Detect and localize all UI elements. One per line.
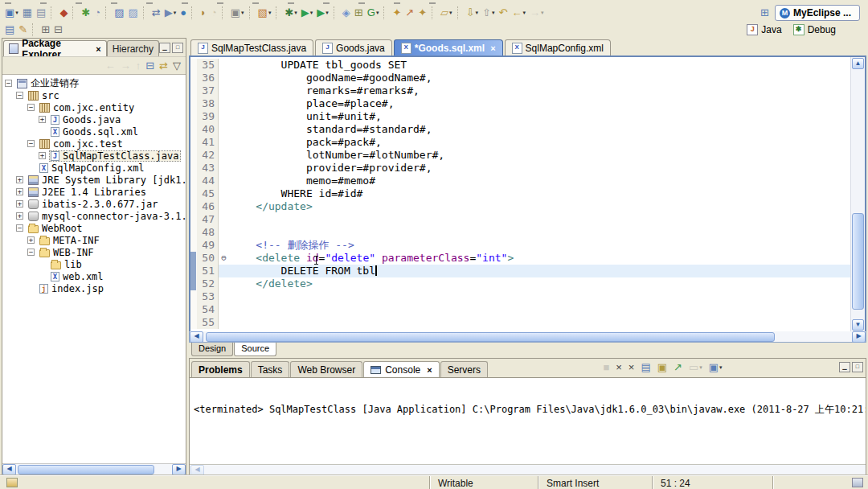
tab-package-explorer[interactable]: Package Explorer × — [3, 40, 107, 56]
code-line[interactable]: 47 — [190, 213, 851, 226]
scroll-left-icon[interactable]: ◀ — [190, 465, 204, 476]
code-line[interactable]: 38 place=#place#, — [190, 97, 851, 110]
tree-item[interactable]: +ibatis-2.3.0.677.jar — [5, 198, 186, 210]
maximize-icon[interactable]: □ — [852, 362, 863, 372]
code-line[interactable]: 45 WHERE id=#id# — [190, 187, 851, 200]
run-dropdown[interactable]: ▶▾ — [300, 6, 315, 20]
expand-toggle-icon[interactable]: + — [39, 152, 46, 159]
code-line[interactable]: 40 standard=#standard#, — [190, 123, 851, 136]
tab-hierarchy[interactable]: Hierarchy — [107, 40, 159, 56]
tree-hscrollbar[interactable]: ◀ ▶ — [2, 463, 186, 475]
run-server-dropdown[interactable]: ▶▾ — [163, 6, 178, 20]
editor-hscrollbar[interactable]: ◀ ▶ — [189, 331, 866, 343]
console-output[interactable]: <terminated> SqlMapTestClass [Java Appli… — [190, 377, 866, 464]
debug-perspective-button[interactable]: ✱ Debug — [793, 24, 836, 35]
deploy-project-icon[interactable]: ⇄ — [150, 6, 162, 20]
editor-tab[interactable]: XSqlMapConfig.xml — [505, 39, 611, 55]
scroll-thumb[interactable] — [18, 465, 154, 475]
code-line[interactable]: 53 — [190, 290, 851, 303]
code-line[interactable]: 42 lotNumber=#lotNumber#, — [190, 149, 851, 162]
code-line[interactable]: 54 — [190, 303, 851, 316]
scroll-lock-icon[interactable]: ▣ — [656, 360, 669, 375]
tab-source[interactable]: Source — [234, 343, 276, 356]
close-icon[interactable]: × — [427, 365, 432, 375]
tree-item[interactable]: −WebRoot — [5, 222, 186, 234]
scroll-thumb[interactable] — [206, 332, 775, 342]
print-icon[interactable]: ▤ — [35, 6, 47, 20]
tree-item[interactable]: +JRE System Library [jdk1.6.0_03] — [5, 174, 186, 186]
code-line[interactable]: 52 </delete> — [190, 277, 851, 290]
web-browser-icon[interactable]: ● — [178, 6, 188, 20]
tree-item[interactable]: jindex.jsp — [5, 282, 186, 294]
tree-item[interactable]: +JSqlMapTestClass.java — [5, 150, 186, 162]
back-dropdown[interactable]: ←▾ — [510, 6, 527, 20]
expand-toggle-icon[interactable]: − — [27, 249, 35, 256]
terminate-icon[interactable]: ■ — [601, 360, 611, 375]
tree-item[interactable]: +META-INF — [5, 234, 186, 246]
scroll-left-icon[interactable]: ◀ — [2, 464, 16, 475]
tree-item[interactable]: XSqlMapConfig.xml — [5, 162, 186, 174]
tab-tasks[interactable]: Tasks — [251, 361, 290, 377]
expand-toggle-icon[interactable]: − — [16, 92, 23, 99]
debug-dropdown[interactable]: ✱▾ — [283, 6, 298, 20]
report-dropdown[interactable]: ▧▾ — [256, 6, 273, 20]
annotation-edit-icon[interactable]: ✎ — [17, 23, 29, 37]
expand-toggle-icon[interactable]: + — [39, 116, 46, 123]
expand-toggle-icon[interactable]: − — [27, 104, 35, 111]
code-line[interactable]: 35 UPDATE tbl_goods SET — [190, 59, 851, 72]
editor-vscrollbar[interactable]: ▲ ▼ — [850, 57, 865, 331]
tree-item[interactable]: +JGoods.java — [5, 113, 186, 125]
search-icon[interactable]: ✦ — [391, 6, 403, 20]
clear-console-icon[interactable]: ▤ — [639, 360, 652, 375]
tab-problems[interactable]: Problems — [191, 361, 250, 377]
image-capture-dropdown[interactable]: ▣▾ — [229, 6, 246, 20]
tomcat-stop-icon[interactable]: ◔ — [209, 6, 219, 20]
java-perspective-button[interactable]: J Java — [747, 24, 781, 35]
expand-toggle-icon[interactable]: + — [16, 188, 23, 195]
new-web-component-icon[interactable]: ▨ — [113, 6, 125, 20]
editor-tab[interactable]: JSqlMapTestClass.java — [190, 39, 313, 55]
scroll-down-icon[interactable]: ▼ — [852, 319, 864, 331]
scroll-right-icon[interactable]: ▶ — [852, 331, 866, 343]
code-line[interactable]: 44 memo=#memo# — [190, 175, 851, 187]
db-browser-icon[interactable]: ▤ — [3, 23, 16, 37]
open-perspective-icon[interactable]: ⊞ — [759, 6, 771, 20]
profile-dropdown[interactable]: ▶▾ — [315, 6, 330, 20]
validate-icon[interactable]: ✱ — [80, 6, 92, 20]
expand-all-icon[interactable]: ⊞ — [39, 23, 51, 37]
clock-icon[interactable]: ◔ — [92, 6, 102, 20]
remove-launch-icon[interactable]: × — [614, 360, 624, 375]
open-resource-dropdown[interactable]: ▱▾ — [439, 6, 454, 20]
minimize-icon[interactable]: ▁ — [159, 43, 170, 53]
editor-tab[interactable]: JGoods.java — [315, 39, 392, 55]
g-dropdown[interactable]: G▾ — [366, 6, 381, 20]
expand-toggle-icon[interactable]: + — [16, 212, 23, 220]
expand-toggle-icon[interactable]: + — [16, 200, 23, 208]
prev-annotation-dropdown[interactable]: ⇧▾ — [481, 6, 496, 20]
collapse-all-icon[interactable]: ⊟ — [144, 59, 156, 73]
view-menu-icon[interactable]: ▽ — [171, 59, 182, 73]
tree-item[interactable]: −src — [5, 89, 186, 101]
code-line[interactable]: 55 — [190, 316, 851, 329]
last-edit-location-icon[interactable]: ↶ — [497, 6, 509, 20]
tree-item[interactable]: +mysql-connector-java-3.1.13-bin.ja — [5, 210, 186, 222]
code-line[interactable]: 46 </update> — [190, 200, 851, 213]
code-line[interactable]: 50⊖ <delete id="delete" parameterClass="… — [190, 252, 851, 265]
open-console-dropdown[interactable]: ▣▾ — [707, 360, 724, 375]
code-line[interactable]: 49 <!-- 删除操作 --> — [190, 239, 851, 252]
expand-toggle-icon[interactable]: + — [27, 236, 35, 244]
back-icon[interactable]: ← — [104, 59, 117, 73]
scroll-thumb[interactable] — [852, 213, 864, 309]
source-editor[interactable]: 35 UPDATE tbl_goods SET36 goodName=#good… — [189, 55, 866, 331]
expand-toggle-icon[interactable]: − — [5, 80, 12, 87]
tree-item[interactable]: lib — [5, 258, 186, 270]
code-line[interactable]: 43 provider=#provider#, — [190, 162, 851, 175]
console-hscrollbar[interactable]: ◀ — [190, 464, 866, 475]
tree-item[interactable]: −com.jxc.entity — [5, 101, 186, 113]
up-icon[interactable]: ↑ — [134, 59, 143, 73]
pin-console-icon[interactable]: ↗ — [672, 360, 684, 375]
tree-item[interactable]: −WEB-INF — [5, 246, 186, 258]
expand-toggle-icon[interactable]: − — [16, 224, 23, 232]
status-right-icon[interactable] — [852, 478, 863, 487]
expand-toggle-icon[interactable]: + — [16, 176, 23, 183]
